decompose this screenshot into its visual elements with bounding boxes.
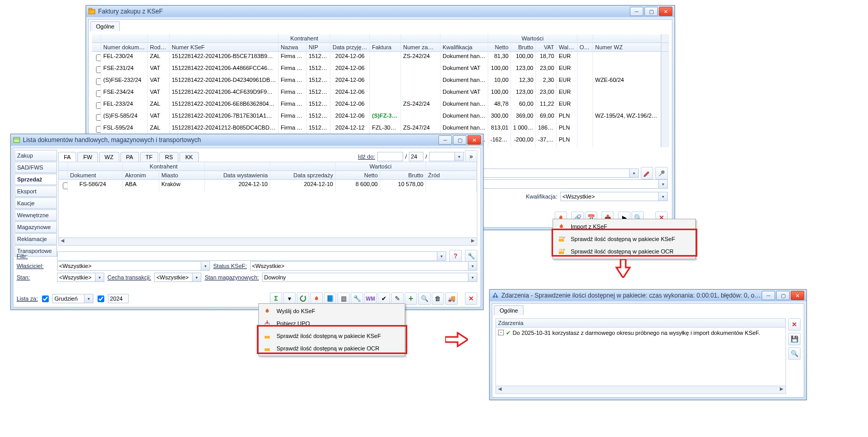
- goto-next-button[interactable]: »: [465, 150, 477, 163]
- col-numer-dok[interactable]: Numer dokumentu: [101, 43, 148, 52]
- col-data-wyst[interactable]: Data wystawienia: [205, 171, 270, 180]
- col-miasto[interactable]: Miasto: [159, 171, 205, 180]
- menu-import-ksef[interactable]: Import z KSeF: [554, 220, 694, 233]
- events-search-button[interactable]: 🔍: [788, 347, 801, 360]
- hscroll-right[interactable]: ▶: [469, 238, 477, 245]
- stan-mag-value[interactable]: Dowolny: [262, 273, 469, 282]
- filter-dropdown[interactable]: ▾: [630, 168, 639, 178]
- table-row[interactable]: FS-586/24ABAKraków2024-12-102024-12-108 …: [59, 180, 477, 192]
- col-rodzaj[interactable]: Rodzaj: [148, 43, 170, 52]
- subtab-pa[interactable]: PA: [120, 152, 139, 162]
- edit-filter-button[interactable]: [641, 167, 653, 179]
- col-data-przyj[interactable]: Data przyjęcia: [330, 43, 370, 52]
- col-numer-wz[interactable]: Numer WZ: [593, 43, 661, 52]
- row-checkbox[interactable]: [96, 114, 101, 121]
- subtab-tf[interactable]: TF: [140, 152, 158, 162]
- menu-pobierz-upo[interactable]: Pobierz UPO: [260, 317, 404, 330]
- wrench-button[interactable]: 🔧: [465, 250, 477, 262]
- col-waluta[interactable]: Waluta: [557, 43, 577, 52]
- subtab-fw[interactable]: FW: [77, 152, 98, 162]
- maximize-button[interactable]: ▢: [644, 7, 658, 16]
- sidebar-item-magazynowe[interactable]: Magazynowe: [15, 221, 57, 233]
- subtab-fa[interactable]: FA: [58, 152, 76, 162]
- subtab-kk[interactable]: KK: [180, 152, 199, 162]
- kwalif-value[interactable]: <Wszystkie>: [560, 192, 659, 201]
- menu-check-ocr[interactable]: OCR Sprawdź ilość dostępną w pakiecie OC…: [554, 245, 694, 258]
- close-button[interactable]: ✕: [659, 7, 672, 16]
- sidebar-item-reklamacje[interactable]: Reklamacje: [15, 233, 57, 245]
- add-button[interactable]: +: [405, 292, 417, 305]
- row-checkbox[interactable]: [63, 182, 68, 189]
- stan-value[interactable]: <Wszystkie>: [57, 273, 95, 282]
- hscroll-right2[interactable]: ▶: [778, 386, 786, 393]
- tab-ogolne2[interactable]: Ogólne: [494, 305, 523, 315]
- help-button[interactable]: ?: [449, 250, 462, 262]
- list-titlebar[interactable]: Lista dokumentów handlowych, magazynowyc…: [11, 134, 483, 146]
- goto-input-1[interactable]: [377, 152, 403, 161]
- menu-check-ksef[interactable]: KSeF Sprawdź ilość dostępną w pakiecie K…: [554, 233, 694, 245]
- table-row[interactable]: FSE-231/24VAT1512281422-20241206-A4866FC…: [92, 64, 669, 76]
- col-vat[interactable]: VAT: [536, 43, 557, 52]
- row-checkbox[interactable]: [96, 54, 101, 61]
- subtab-wz[interactable]: WZ: [99, 152, 119, 162]
- col-nazwa[interactable]: Nazwa: [279, 43, 307, 52]
- sidebar-item-wewntrzne[interactable]: Wewnętrzne: [15, 209, 57, 221]
- row-checkbox[interactable]: [96, 66, 101, 73]
- minimize-button[interactable]: ─: [762, 291, 775, 300]
- row-checkbox[interactable]: [96, 90, 101, 97]
- maximize-button[interactable]: ▢: [776, 291, 790, 300]
- truck-button[interactable]: 🚚: [445, 292, 458, 305]
- rok-checkbox[interactable]: [98, 295, 104, 302]
- tab-ogolne[interactable]: Ogólne: [90, 21, 120, 31]
- close-button[interactable]: ✕: [467, 135, 481, 145]
- tree-toggle[interactable]: -: [498, 330, 504, 335]
- col-dokument[interactable]: Dokument: [68, 171, 123, 180]
- subtab-rs[interactable]: RS: [159, 152, 178, 162]
- col-zdarzenia[interactable]: Zdarzenia: [496, 319, 786, 328]
- table-row[interactable]: FEL-230/24ZAL1512281422-20241206-B5CE718…: [92, 52, 669, 64]
- miesiac-value[interactable]: Grudzień: [52, 294, 85, 303]
- vertical-scrollbar[interactable]: [661, 43, 669, 52]
- status-ksef-value[interactable]: <Wszystkie>: [250, 261, 469, 271]
- col-nip[interactable]: NIP: [307, 43, 330, 52]
- ksef-titlebar[interactable]: Faktury zakupu z KSeF ─ ▢ ✕: [86, 6, 674, 17]
- sidebar-item-kaucje[interactable]: Kaucje: [15, 198, 57, 209]
- sidebar-item-zakup[interactable]: Zakup: [15, 150, 57, 161]
- col-akronim[interactable]: Akronim: [123, 171, 159, 180]
- menu-check-ksef2[interactable]: Sprawdź ilość dostępną w pakiecie KSeF: [260, 330, 404, 342]
- row-checkbox[interactable]: [96, 78, 101, 85]
- events-close-button[interactable]: ✕: [788, 318, 801, 331]
- col-numer-ksef[interactable]: Numer KSeF: [170, 43, 279, 52]
- minimize-button[interactable]: ─: [438, 135, 452, 145]
- col-kwalif[interactable]: Kwalifikacja: [440, 43, 488, 52]
- close-button[interactable]: ✕: [791, 291, 804, 300]
- filtr-input[interactable]: [57, 251, 437, 261]
- table-row[interactable]: FEL-233/24ZAL1512281422-20241206-6E8B636…: [92, 100, 669, 111]
- col-netto[interactable]: Netto: [488, 43, 511, 52]
- menu-wyslij-ksef[interactable]: Wyślij do KSeF: [260, 305, 404, 317]
- col-brutto[interactable]: Brutto: [511, 43, 536, 52]
- events-save-button[interactable]: 💾: [788, 333, 801, 345]
- wlasciciel-value[interactable]: <Wszystkie>: [57, 261, 201, 271]
- col-brutto2[interactable]: Brutto: [380, 171, 426, 180]
- sidebar-item-sprzeda[interactable]: Sprzedaż: [15, 174, 57, 185]
- maximize-button[interactable]: ▢: [453, 135, 466, 145]
- minimize-button[interactable]: ─: [630, 7, 643, 16]
- hscroll-left2[interactable]: ◀: [496, 386, 504, 393]
- miesiac-checkbox[interactable]: [42, 295, 49, 302]
- col-opis[interactable]: Opis: [577, 43, 593, 52]
- table-row[interactable]: (S)FS-585/24VAT1512281422-20241206-7B17E…: [92, 111, 669, 123]
- trash-button[interactable]: 🗑: [432, 292, 444, 305]
- goto-input-3[interactable]: [429, 152, 455, 161]
- tools-button[interactable]: [655, 167, 668, 179]
- hscroll-left[interactable]: ◀: [59, 238, 66, 245]
- cecha-value[interactable]: <Wszystkie>: [154, 273, 192, 282]
- row-checkbox[interactable]: [96, 102, 101, 109]
- row-checkbox[interactable]: [96, 126, 101, 133]
- menu-check-ocr2[interactable]: Sprawdź ilość dostępną w pakiecie OCR: [260, 342, 404, 355]
- col-numer-zam[interactable]: Numer zamówi: [401, 43, 440, 52]
- col-netto2[interactable]: Netto: [336, 171, 380, 180]
- table-row[interactable]: (S)FSE-232/24VAT1512281422-20241206-D423…: [92, 76, 669, 88]
- sidebar-item-eksport[interactable]: Eksport: [15, 186, 57, 197]
- search-button2[interactable]: 🔍: [418, 292, 431, 305]
